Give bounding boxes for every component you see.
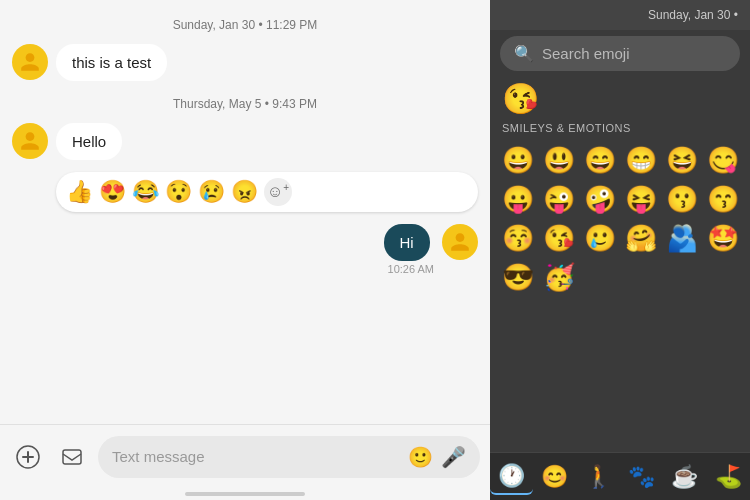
- emoji-cell[interactable]: 😛: [498, 181, 537, 218]
- text-input-placeholder: Text message: [112, 448, 400, 465]
- attachment-icon: [60, 445, 84, 469]
- emoji-bottom-tabs: 🕐 😊 🚶 🐾 ☕ ⛳: [490, 452, 750, 500]
- person-icon-2: [19, 130, 41, 152]
- add-icon: [16, 445, 40, 469]
- reaction-crying[interactable]: 😢: [198, 179, 225, 205]
- tab-animals[interactable]: 🐾: [620, 460, 663, 494]
- emoji-cell[interactable]: 🥲: [580, 220, 619, 257]
- emoji-cell[interactable]: 😁: [621, 142, 660, 179]
- add-button[interactable]: [10, 439, 46, 475]
- emoji-cell[interactable]: 😀: [498, 142, 537, 179]
- emoji-cell[interactable]: 😎: [498, 259, 537, 296]
- tab-recent[interactable]: 🕐: [490, 459, 533, 495]
- emoji-search-bar[interactable]: 🔍: [500, 36, 740, 71]
- messages-area: Sunday, Jan 30 • 11:29 PM this is a test…: [0, 0, 490, 424]
- reaction-angry[interactable]: 😠: [231, 179, 258, 205]
- tab-smileys[interactable]: 😊: [533, 460, 576, 494]
- reaction-bar: 👍 😍 😂 😯 😢 😠 ☺+: [56, 172, 478, 212]
- emoji-cell[interactable]: 😆: [662, 142, 701, 179]
- emoji-cell[interactable]: 🤪: [580, 181, 619, 218]
- emoji-cell[interactable]: 🤗: [621, 220, 660, 257]
- reaction-laughing[interactable]: 😂: [132, 179, 159, 205]
- emoji-cell[interactable]: 😜: [539, 181, 578, 218]
- reaction-surprised[interactable]: 😯: [165, 179, 192, 205]
- attachment-button[interactable]: [54, 439, 90, 475]
- mic-icon[interactable]: 🎤: [441, 445, 466, 469]
- bubble-2: Hello: [56, 123, 122, 160]
- avatar-3: [442, 224, 478, 260]
- emoji-search-input[interactable]: [542, 45, 732, 62]
- emoji-cell[interactable]: 😘: [539, 220, 578, 257]
- reaction-heart-eyes[interactable]: 😍: [99, 179, 126, 205]
- add-reaction-button[interactable]: ☺+: [264, 178, 292, 206]
- avatar-1: [12, 44, 48, 80]
- message-time-3: 10:26 AM: [388, 263, 434, 275]
- emoji-cell[interactable]: 😄: [580, 142, 619, 179]
- emoji-grid: 😀 😃 😄 😁 😆 😋 😛 😜 🤪 😝 😗 😙 😚 😘 🥲 🤗 🫂 🤩 😎 🥳: [490, 138, 750, 300]
- timestamp-1: Sunday, Jan 30 • 11:29 PM: [12, 18, 478, 32]
- timestamp-2: Thursday, May 5 • 9:43 PM: [12, 97, 478, 111]
- tab-travel[interactable]: ⛳: [707, 460, 750, 494]
- right-date-strip: Sunday, Jan 30 •: [490, 0, 750, 30]
- pinned-emoji[interactable]: 😘: [490, 77, 750, 118]
- emoji-cell[interactable]: 😚: [498, 220, 537, 257]
- message-row-1: this is a test: [12, 44, 478, 81]
- bubble-1: this is a test: [56, 44, 167, 81]
- bottom-bar: [185, 492, 305, 496]
- text-input-wrap[interactable]: Text message 🙂 🎤: [98, 436, 480, 478]
- message-row-2: Hello: [12, 123, 478, 160]
- emoji-cell[interactable]: 😋: [703, 142, 742, 179]
- tab-people[interactable]: 🚶: [577, 460, 620, 494]
- emoji-cell[interactable]: 🫂: [662, 220, 701, 257]
- tab-food[interactable]: ☕: [663, 460, 706, 494]
- emoji-cell[interactable]: 🤩: [703, 220, 742, 257]
- person-icon-3: [449, 231, 471, 253]
- svg-rect-1: [63, 450, 81, 464]
- emoji-cell[interactable]: 😙: [703, 181, 742, 218]
- hi-message-col: Hi 10:26 AM: [384, 224, 434, 275]
- emoji-cell[interactable]: 😗: [662, 181, 701, 218]
- input-bar: Text message 🙂 🎤: [0, 424, 490, 488]
- chat-panel: Sunday, Jan 30 • 11:29 PM this is a test…: [0, 0, 490, 500]
- person-icon-1: [19, 51, 41, 73]
- avatar-2: [12, 123, 48, 159]
- emoji-cell[interactable]: 🥳: [539, 259, 578, 296]
- emoji-section-label: SMILEYS & EMOTIONS: [490, 118, 750, 138]
- emoji-cell[interactable]: 😝: [621, 181, 660, 218]
- emoji-panel: Sunday, Jan 30 • 🔍 😘 SMILEYS & EMOTIONS …: [490, 0, 750, 500]
- message-row-3: Hi 10:26 AM: [12, 224, 478, 275]
- search-icon: 🔍: [514, 44, 534, 63]
- emoji-input-icon[interactable]: 🙂: [408, 445, 433, 469]
- reaction-thumbsup[interactable]: 👍: [66, 179, 93, 205]
- add-reaction-icon: ☺+: [267, 182, 289, 201]
- emoji-cell[interactable]: 😃: [539, 142, 578, 179]
- bubble-3: Hi: [384, 224, 430, 261]
